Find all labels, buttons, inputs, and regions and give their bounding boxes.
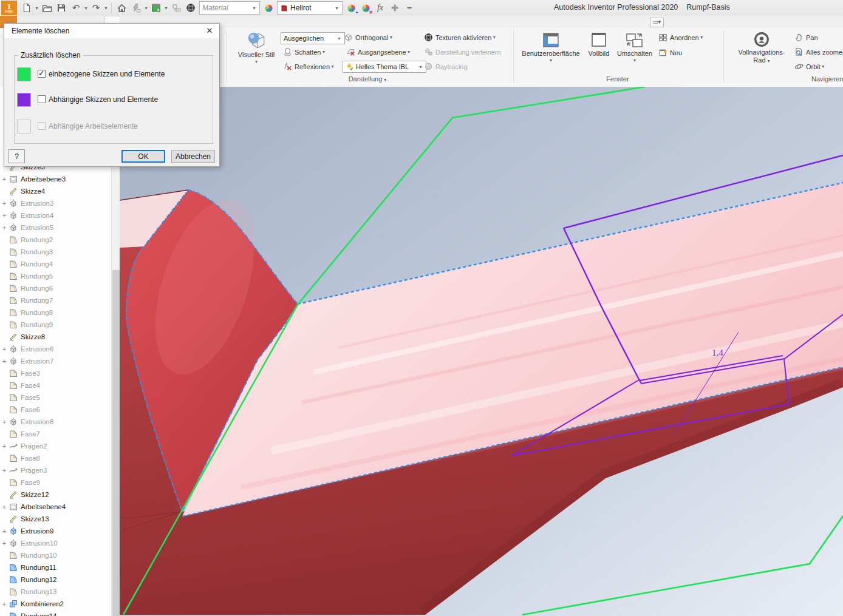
dimension-label[interactable]: 1,4 bbox=[712, 348, 723, 357]
dialog-close-icon[interactable]: ✕ bbox=[203, 25, 216, 37]
tree-row[interactable]: + Rundung2 bbox=[0, 234, 111, 246]
orthographic-button[interactable]: Orthogonal▾ bbox=[344, 33, 394, 42]
ok-button[interactable]: OK bbox=[121, 150, 165, 163]
appearance-dropdown-icon[interactable]: ▾ bbox=[334, 5, 340, 11]
tree-row[interactable]: + Extrusion9 bbox=[0, 525, 111, 537]
tree-row[interactable]: + Rundung14 bbox=[0, 610, 111, 616]
tree-scrollbar-thumb[interactable] bbox=[112, 270, 120, 616]
redo-button[interactable]: ↷ bbox=[89, 1, 103, 15]
visual-style-button[interactable]: Visueller Stil ▾ bbox=[234, 30, 278, 64]
panel-label-navigieren[interactable]: Navigieren bbox=[811, 75, 843, 85]
tree-row[interactable]: + Fase8 bbox=[0, 452, 111, 464]
tree-row[interactable]: + Fase6 bbox=[0, 404, 111, 416]
tree-row[interactable]: + Fase9 bbox=[0, 476, 111, 489]
tree-row[interactable]: + Rundung6 bbox=[0, 282, 111, 294]
parameters-fx-button[interactable]: fx bbox=[374, 1, 387, 15]
dialog-titlebar[interactable]: Elemente löschen ✕ bbox=[4, 24, 219, 38]
tree-expander[interactable]: + bbox=[0, 224, 9, 231]
tree-row[interactable]: + Extrusion7 bbox=[0, 355, 111, 367]
tree-row[interactable]: + Fase4 bbox=[0, 379, 111, 391]
tree-row[interactable]: + Kombinieren2 bbox=[0, 598, 111, 610]
visual-style-combobox[interactable]: Ausgeglichen▾ bbox=[281, 32, 345, 44]
tree-row[interactable]: + Rundung9 bbox=[0, 319, 111, 331]
tree-expander[interactable]: + bbox=[0, 175, 9, 183]
tree-expander[interactable]: + bbox=[0, 540, 9, 547]
ground-plane-button[interactable]: Ausgangsebene▾ bbox=[346, 47, 412, 56]
tree-row[interactable]: + Fase5 bbox=[0, 391, 111, 404]
navigation-wheel-button[interactable]: Vollnavigations- Rad ▾ bbox=[732, 30, 791, 64]
tree-expander[interactable]: + bbox=[0, 418, 9, 425]
tree-expander[interactable]: + bbox=[0, 345, 9, 353]
undo-button[interactable]: ↶ bbox=[69, 1, 83, 15]
shadows-button[interactable]: Schatten▾ bbox=[283, 47, 326, 56]
appearance-combobox[interactable]: Hellrot ▾ bbox=[277, 1, 343, 15]
switch-windows-button[interactable]: Umschalten ▾ bbox=[615, 30, 655, 63]
dialog-help-button[interactable]: ? bbox=[9, 149, 25, 163]
tree-row[interactable]: + Rundung3 bbox=[0, 246, 111, 258]
pan-button[interactable]: Pan bbox=[794, 33, 818, 42]
checkbox-dependent-sketches[interactable] bbox=[38, 95, 46, 103]
ribbon-collapse-button[interactable]: ▭▾ bbox=[650, 18, 664, 27]
tree-row[interactable]: + Extrusion8 bbox=[0, 416, 111, 428]
return-dropdown-icon[interactable]: ▾ bbox=[143, 5, 149, 11]
tree-row[interactable]: + Arbeitsebene3 bbox=[0, 173, 111, 185]
save-button[interactable] bbox=[55, 1, 68, 15]
material-dropdown-icon[interactable]: ▾ bbox=[251, 5, 257, 11]
cancel-button[interactable]: Abbrechen bbox=[171, 150, 215, 163]
tree-row[interactable]: + Skizze4 bbox=[0, 185, 111, 197]
new-file-button[interactable] bbox=[20, 1, 33, 15]
orbit-button[interactable]: Orbit▾ bbox=[794, 62, 826, 71]
tree-row[interactable]: + Extrusion3 bbox=[0, 197, 111, 209]
arrange-button[interactable]: Anordnen▾ bbox=[658, 33, 705, 42]
tree-row[interactable]: + Rundung5 bbox=[0, 270, 111, 282]
redo-dropdown-icon[interactable]: ▾ bbox=[103, 5, 109, 11]
tree-row[interactable]: + Rundung11 bbox=[0, 561, 111, 574]
adjust-clear-icon[interactable]: ✕ bbox=[359, 1, 372, 15]
material-combobox[interactable]: Material ▾ bbox=[199, 1, 260, 15]
reflections-button[interactable]: Reflexionen▾ bbox=[283, 62, 335, 71]
tree-expander[interactable]: + bbox=[0, 357, 9, 365]
tree-expander[interactable]: + bbox=[0, 442, 9, 450]
return-button[interactable] bbox=[129, 1, 143, 15]
new-window-button[interactable]: Neu bbox=[658, 48, 682, 57]
tree-expander[interactable]: + bbox=[0, 212, 9, 219]
appearance-ball-icon[interactable] bbox=[184, 1, 197, 15]
tree-expander[interactable]: + bbox=[0, 200, 9, 207]
tree-row[interactable]: + Prägen3 bbox=[0, 464, 111, 476]
adjust-add-icon[interactable]: + bbox=[344, 1, 358, 15]
tree-row[interactable]: + Prägen2 bbox=[0, 440, 111, 452]
qat-customize-icon[interactable]: ≂ bbox=[403, 1, 416, 15]
tree-row[interactable]: + Skizze13 bbox=[0, 513, 111, 525]
tree-row[interactable]: + Extrusion10 bbox=[0, 537, 111, 549]
tree-row[interactable]: + Rundung12 bbox=[0, 574, 111, 586]
new-file-dropdown-icon[interactable]: ▾ bbox=[34, 5, 39, 11]
tree-row[interactable]: + Rundung10 bbox=[0, 549, 111, 561]
inventor-logo[interactable]: IPRO bbox=[1, 1, 17, 15]
tree-row[interactable]: + Rundung4 bbox=[0, 258, 111, 270]
color-wheel-icon[interactable] bbox=[262, 1, 275, 15]
user-interface-button[interactable]: Benutzeroberfläche ▾ bbox=[520, 30, 582, 63]
tree-row[interactable]: + Fase3 bbox=[0, 367, 111, 379]
tree-expander[interactable]: + bbox=[0, 503, 9, 510]
lighting-style-combobox[interactable]: Helles Thema IBL▾ bbox=[343, 61, 426, 73]
enable-textures-button[interactable]: Texturen aktivieren▾ bbox=[424, 33, 497, 42]
tree-row[interactable]: + Skizze8 bbox=[0, 331, 111, 343]
screen-capture-dropdown-icon[interactable]: ▾ bbox=[163, 5, 169, 11]
tree-expander[interactable]: + bbox=[0, 467, 9, 474]
viewport-3d[interactable]: 1,4 bbox=[120, 87, 843, 616]
fullscreen-button[interactable]: Vollbild bbox=[584, 30, 613, 58]
tree-row[interactable]: + Rundung13 bbox=[0, 586, 111, 598]
tree-row[interactable]: + Rundung8 bbox=[0, 306, 111, 319]
tree-row[interactable]: + Extrusion5 bbox=[0, 222, 111, 234]
open-button[interactable] bbox=[40, 1, 53, 15]
tree-row[interactable]: + Rundung7 bbox=[0, 294, 111, 306]
zoom-all-button[interactable]: Alles zoomen bbox=[794, 47, 843, 56]
undo-dropdown-icon[interactable]: ▾ bbox=[83, 5, 89, 11]
tree-row[interactable]: + Extrusion6 bbox=[0, 343, 111, 355]
tree-row[interactable]: + Skizze12 bbox=[0, 489, 111, 501]
screen-capture-button[interactable] bbox=[149, 1, 163, 15]
tree-row[interactable]: + Arbeitsebene4 bbox=[0, 501, 111, 513]
add-command-icon[interactable]: ✚ bbox=[388, 1, 401, 15]
tree-expander[interactable]: + bbox=[0, 527, 9, 535]
checkbox-consumed-sketches[interactable] bbox=[38, 70, 46, 78]
